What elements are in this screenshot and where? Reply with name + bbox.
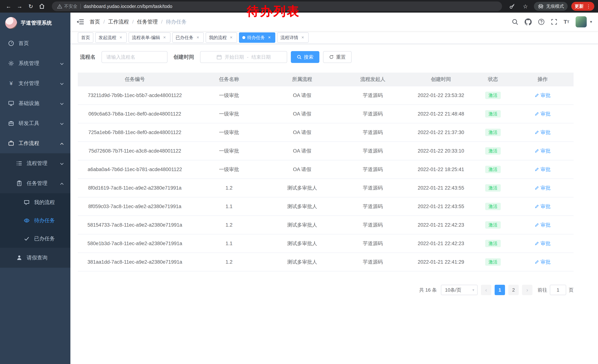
approve-link[interactable]: 审批 bbox=[535, 129, 551, 136]
page-button-2[interactable]: 2 bbox=[508, 285, 519, 295]
goto-page-input[interactable] bbox=[550, 285, 566, 295]
omnibox-divider bbox=[80, 4, 81, 9]
font-size-icon[interactable]: TT bbox=[564, 19, 569, 25]
fullscreen-icon[interactable] bbox=[551, 19, 557, 25]
cell-status: 激活 bbox=[474, 216, 512, 234]
date-range-picker[interactable]: 开始日期 - 结束日期 bbox=[200, 51, 287, 63]
cell-task-id: 069c6a63-7b8a-11ec-8ef0-acde48001122 bbox=[78, 105, 192, 123]
approve-link[interactable]: 审批 bbox=[535, 222, 551, 228]
cell-task-id: 580e1b3d-7ac8-11ec-a9e2-a2380e71991a bbox=[78, 234, 192, 253]
sidebar-collapse-icon[interactable] bbox=[76, 18, 84, 26]
password-key-icon[interactable] bbox=[507, 1, 517, 11]
close-icon[interactable]: × bbox=[267, 35, 272, 40]
page-size-select[interactable]: 10条/页 ▾ bbox=[441, 285, 478, 295]
edit-icon bbox=[535, 186, 539, 190]
process-name-input[interactable] bbox=[101, 51, 167, 63]
status-badge: 激活 bbox=[485, 110, 501, 118]
start-date-placeholder[interactable]: 开始日期 bbox=[225, 54, 244, 60]
tab-start-process[interactable]: 发起流程 × bbox=[95, 32, 127, 43]
sidebar-item-workflow[interactable]: 工作流程 bbox=[0, 133, 70, 153]
user-avatar[interactable] bbox=[576, 16, 587, 27]
reload-icon[interactable]: ↻ bbox=[26, 1, 36, 11]
close-icon[interactable]: × bbox=[229, 35, 234, 40]
close-icon[interactable]: × bbox=[195, 35, 200, 40]
cell-action: 审批 bbox=[512, 234, 573, 253]
approve-link[interactable]: 审批 bbox=[535, 240, 551, 247]
close-icon[interactable]: × bbox=[118, 35, 123, 40]
monitor-icon bbox=[8, 100, 14, 106]
close-icon[interactable]: × bbox=[162, 35, 167, 40]
back-icon[interactable]: ← bbox=[4, 1, 13, 11]
tab-todo-tasks[interactable]: 待办任务 × bbox=[239, 32, 275, 43]
breadcrumb-task-management[interactable]: 任务管理 bbox=[137, 18, 158, 25]
cell-created-time: 2022-01-22 21:48:48 bbox=[407, 105, 474, 123]
cell-initiator: 芋道源码 bbox=[338, 179, 407, 197]
help-icon[interactable] bbox=[538, 18, 545, 25]
cell-initiator: 芋道源码 bbox=[338, 105, 407, 123]
approve-link[interactable]: 审批 bbox=[535, 92, 551, 99]
incognito-badge: 无痕模式 bbox=[534, 2, 568, 11]
tab-home[interactable]: 首页 bbox=[78, 32, 93, 43]
page-url[interactable]: dashboard.yudao.iocoder.cn/bpm/task/todo bbox=[84, 4, 172, 9]
table-row: 75d72608-7b7f-11ec-a3c8-acde48001122 一级审… bbox=[78, 142, 573, 160]
yen-icon: ¥ bbox=[8, 80, 14, 86]
approve-link[interactable]: 审批 bbox=[535, 166, 551, 173]
bookmark-star-icon[interactable]: ☆ bbox=[521, 1, 530, 11]
approve-link[interactable]: 审批 bbox=[535, 203, 551, 210]
sidebar-item-todo-tasks[interactable]: 待办任务 bbox=[0, 211, 70, 230]
person-icon bbox=[16, 255, 22, 261]
sidebar-item-dev-tools[interactable]: 研发工具 bbox=[0, 113, 70, 133]
approve-link[interactable]: 审批 bbox=[535, 111, 551, 117]
tab-done-tasks[interactable]: 已办任务 × bbox=[172, 32, 204, 43]
navbar-actions: TT ▾ bbox=[512, 16, 592, 27]
table-row: a6aba0a4-7b6d-11ec-b781-acde48001122 一级审… bbox=[78, 160, 573, 179]
status-badge: 激活 bbox=[485, 258, 501, 266]
column-header: 操作 bbox=[512, 73, 573, 86]
reset-button[interactable]: 重置 bbox=[323, 51, 352, 63]
sidebar-item-my-process[interactable]: 我的流程 bbox=[0, 193, 70, 211]
search-icon[interactable] bbox=[512, 18, 518, 25]
toolbox-icon bbox=[8, 120, 14, 126]
forward-icon[interactable]: → bbox=[15, 1, 25, 11]
tab-form-edit[interactable]: 流程表单-编辑 × bbox=[129, 32, 170, 43]
approve-link[interactable]: 审批 bbox=[535, 147, 551, 154]
status-badge: 激活 bbox=[485, 203, 501, 210]
sidebar-item-done-tasks[interactable]: 已办任务 bbox=[0, 230, 70, 248]
cell-process: 测试多审批人 bbox=[266, 234, 338, 253]
status-badge: 激活 bbox=[485, 129, 501, 136]
close-icon[interactable]: × bbox=[300, 35, 305, 40]
cell-status: 激活 bbox=[474, 234, 512, 253]
chevron-up-icon bbox=[60, 180, 64, 186]
end-date-placeholder[interactable]: 结束日期 bbox=[251, 54, 271, 60]
tab-my-process[interactable]: 我的流程 × bbox=[206, 32, 237, 43]
sidebar-item-leave-query[interactable]: 请假查询 bbox=[0, 248, 70, 268]
tab-process-detail[interactable]: 流程详情 × bbox=[277, 32, 309, 43]
breadcrumb-home[interactable]: 首页 bbox=[90, 18, 100, 25]
page-button-1[interactable]: 1 bbox=[495, 285, 505, 295]
approve-link[interactable]: 审批 bbox=[535, 259, 551, 265]
sidebar-item-infrastructure[interactable]: 基础设施 bbox=[0, 93, 70, 113]
github-icon[interactable] bbox=[525, 18, 532, 25]
check-icon bbox=[24, 236, 30, 242]
sidebar-item-home[interactable]: 首页 bbox=[0, 33, 70, 53]
next-page-button[interactable]: › bbox=[522, 285, 532, 295]
sidebar-item-process-management[interactable]: 流程管理 bbox=[0, 153, 70, 173]
breadcrumb-workflow[interactable]: 工作流程 bbox=[108, 18, 129, 25]
browser-update-button[interactable]: 更新 ⋮ bbox=[571, 2, 594, 11]
prev-page-button[interactable]: ‹ bbox=[481, 285, 491, 295]
cell-status: 激活 bbox=[474, 123, 512, 142]
cell-task-name: 1.1 bbox=[192, 234, 266, 253]
not-secure-warning[interactable]: 不安全 bbox=[57, 3, 77, 9]
home-icon[interactable] bbox=[37, 1, 47, 11]
sidebar-item-system[interactable]: 系统管理 bbox=[0, 53, 70, 73]
browser-menu-icon[interactable]: ⋮ bbox=[586, 4, 591, 9]
main-area: 首页 / 工作流程 / 任务管理 / 待办任务 TT ▾ bbox=[70, 13, 598, 364]
search-button[interactable]: 搜索 bbox=[291, 51, 319, 63]
range-separator: - bbox=[247, 54, 249, 60]
tabs-bar: 首页 发起流程 × 流程表单-编辑 × 已办任务 × 我的流程 × bbox=[70, 32, 598, 44]
approve-link[interactable]: 审批 bbox=[535, 185, 551, 191]
user-menu-caret-icon[interactable]: ▾ bbox=[590, 19, 592, 24]
sidebar-item-payment[interactable]: ¥ 支付管理 bbox=[0, 73, 70, 93]
cell-status: 激活 bbox=[474, 197, 512, 216]
sidebar-item-task-management[interactable]: 任务管理 bbox=[0, 173, 70, 193]
